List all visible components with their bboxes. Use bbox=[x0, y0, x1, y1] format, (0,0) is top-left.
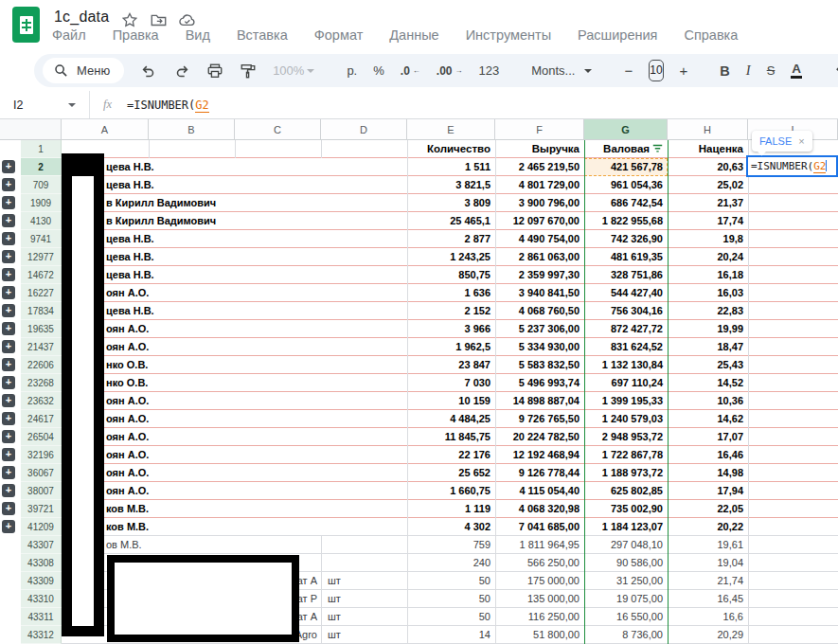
cell-markup[interactable]: 22,83 bbox=[668, 302, 748, 319]
currency-format-button[interactable]: р. bbox=[347, 63, 357, 78]
row-header[interactable]: 12977 bbox=[21, 248, 62, 266]
cell-markup[interactable]: 17,74 bbox=[668, 212, 748, 229]
cell-manager-name[interactable]: оян А.О. bbox=[106, 446, 149, 463]
cell-gross[interactable]: 1 188 973,72 bbox=[584, 464, 668, 481]
row-group-expand-button[interactable]: + bbox=[2, 466, 15, 479]
cell-quantity[interactable]: 1 660,75 bbox=[407, 482, 495, 499]
cell-revenue[interactable]: 9 126 778,44 bbox=[495, 464, 584, 481]
print-button[interactable] bbox=[206, 63, 223, 80]
header-gross[interactable]: Валовая bbox=[584, 140, 668, 157]
menu-extensions[interactable]: Расширения bbox=[575, 27, 660, 44]
cell-markup[interactable]: 25,02 bbox=[668, 176, 748, 193]
row-group-expand-button[interactable]: + bbox=[2, 268, 15, 281]
row-header[interactable]: 38007 bbox=[21, 482, 62, 500]
menu-tools[interactable]: Инструменты bbox=[463, 27, 554, 44]
menu-search-button[interactable]: Меню bbox=[43, 58, 124, 83]
cell-revenue[interactable]: 4 068 320,98 bbox=[495, 500, 584, 517]
cell-quantity[interactable]: 1 243,25 bbox=[407, 248, 495, 265]
row-group-expand-button[interactable]: + bbox=[2, 484, 15, 497]
cell-markup[interactable]: 17,94 bbox=[668, 482, 748, 499]
menu-format[interactable]: Формат bbox=[312, 27, 366, 44]
cell-manager-name[interactable]: оян А.О. bbox=[106, 464, 149, 481]
cell-manager-name[interactable]: цева Н.В. bbox=[106, 230, 154, 247]
row-group-expand-button[interactable]: + bbox=[2, 376, 15, 389]
cell-gross[interactable]: 328 751,86 bbox=[584, 266, 668, 283]
cell-quantity[interactable]: 2 877 bbox=[407, 230, 495, 247]
menu-data[interactable]: Данные bbox=[386, 27, 441, 44]
cell-gross[interactable]: 481 619,35 bbox=[584, 248, 668, 265]
cell-gross[interactable]: 756 304,16 bbox=[584, 302, 668, 319]
cell-revenue[interactable]: 4 068 760,50 bbox=[495, 302, 584, 319]
cell-manager-name[interactable]: оян А.О. bbox=[106, 428, 149, 445]
header-revenue[interactable]: Выручка bbox=[495, 140, 584, 157]
column-header-D[interactable]: D bbox=[321, 119, 407, 140]
chevron-down-icon[interactable] bbox=[68, 103, 76, 107]
more-formats-button[interactable]: 123 bbox=[479, 63, 500, 78]
row-group-expand-button[interactable]: + bbox=[2, 358, 15, 371]
increase-decimals-button[interactable]: .00→ bbox=[437, 64, 463, 78]
cell-markup[interactable]: 16,03 bbox=[668, 284, 748, 301]
row-header[interactable]: 19635 bbox=[21, 320, 62, 338]
row-header[interactable]: 39721 bbox=[21, 500, 62, 518]
row-group-expand-button[interactable]: + bbox=[2, 520, 15, 533]
row-header[interactable]: 23268 bbox=[21, 374, 62, 392]
row-group-expand-button[interactable]: + bbox=[2, 322, 15, 335]
cell-manager-name[interactable]: ков М.В. bbox=[106, 518, 149, 535]
column-header-F[interactable]: F bbox=[495, 119, 584, 140]
row-group-expand-button[interactable]: + bbox=[2, 340, 15, 353]
sheets-logo[interactable] bbox=[12, 7, 40, 43]
row-header[interactable]: 23632 bbox=[21, 392, 62, 410]
row-header[interactable]: 14672 bbox=[21, 266, 62, 284]
cell-revenue[interactable]: 4 801 729,00 bbox=[495, 176, 584, 193]
row-group-expand-button[interactable]: + bbox=[2, 430, 15, 443]
row-header[interactable]: 43308 bbox=[21, 554, 62, 572]
column-header-H[interactable]: H bbox=[668, 119, 748, 140]
strikethrough-button[interactable]: S bbox=[767, 63, 776, 78]
cell-gross[interactable]: 1 722 867,78 bbox=[584, 446, 668, 463]
row-header[interactable]: 1909 bbox=[21, 194, 62, 212]
cell-manager-name[interactable]: цева Н.В. bbox=[106, 248, 154, 265]
row-header[interactable]: 2 bbox=[21, 158, 62, 176]
cell-markup[interactable]: 16,18 bbox=[668, 266, 748, 283]
cell-markup[interactable]: 20,63 bbox=[668, 158, 748, 175]
cell-unit[interactable]: шт bbox=[321, 608, 407, 625]
undo-button[interactable] bbox=[140, 63, 157, 80]
cell-markup[interactable]: 21,37 bbox=[668, 194, 748, 211]
cell-quantity[interactable]: 22 176 bbox=[407, 446, 495, 463]
redo-button[interactable] bbox=[173, 63, 190, 80]
cell-gross[interactable]: 735 002,90 bbox=[584, 500, 668, 517]
cell-quantity[interactable]: 1 962,5 bbox=[407, 338, 495, 355]
cell-markup[interactable]: 20,22 bbox=[668, 518, 748, 535]
cell-markup[interactable]: 19,04 bbox=[668, 554, 748, 571]
bold-button[interactable]: B bbox=[720, 63, 729, 79]
cell-quantity[interactable]: 14 bbox=[407, 626, 495, 643]
cell-revenue[interactable]: 3 940 841,50 bbox=[495, 284, 584, 301]
cell-markup[interactable]: 19,99 bbox=[668, 320, 748, 337]
cell-gross[interactable]: 742 326,90 bbox=[584, 230, 668, 247]
row-group-expand-button[interactable]: + bbox=[2, 304, 15, 317]
cell-quantity[interactable]: 2 152 bbox=[407, 302, 495, 319]
row-header[interactable]: 26504 bbox=[21, 428, 62, 446]
cell-revenue[interactable]: 116 250,00 bbox=[495, 608, 584, 625]
row-header[interactable]: 41209 bbox=[21, 518, 62, 536]
row-group-expand-button[interactable]: + bbox=[2, 232, 15, 245]
cell-quantity[interactable]: 1 119 bbox=[407, 500, 495, 517]
cell-manager-name[interactable]: оян А.О. bbox=[106, 392, 149, 409]
cell-quantity[interactable]: 10 159 bbox=[407, 392, 495, 409]
cell-quantity[interactable]: 7 030 bbox=[407, 374, 495, 391]
cell-unit[interactable]: шт bbox=[321, 590, 407, 607]
cell-markup[interactable]: 25,43 bbox=[668, 356, 748, 373]
row-header[interactable]: 709 bbox=[21, 176, 62, 194]
cell-revenue[interactable]: 7 041 685,00 bbox=[495, 518, 584, 535]
cell-manager-name[interactable]: ков М.В. bbox=[106, 500, 149, 517]
row-header[interactable]: 1 bbox=[21, 140, 62, 158]
cell-markup[interactable]: 17,07 bbox=[668, 428, 748, 445]
cloud-status-icon[interactable] bbox=[179, 12, 196, 27]
row-group-expand-button[interactable]: + bbox=[2, 448, 15, 461]
cell-markup[interactable]: 16,45 bbox=[668, 590, 748, 607]
cell-markup[interactable]: 14,52 bbox=[668, 374, 748, 391]
cell-quantity[interactable]: 3 821,5 bbox=[407, 176, 495, 193]
cell-manager-name[interactable]: цева Н.В. bbox=[106, 158, 154, 175]
cell-quantity[interactable]: 850,75 bbox=[407, 266, 495, 283]
cell-manager-name[interactable]: цева Н.В. bbox=[106, 266, 154, 283]
